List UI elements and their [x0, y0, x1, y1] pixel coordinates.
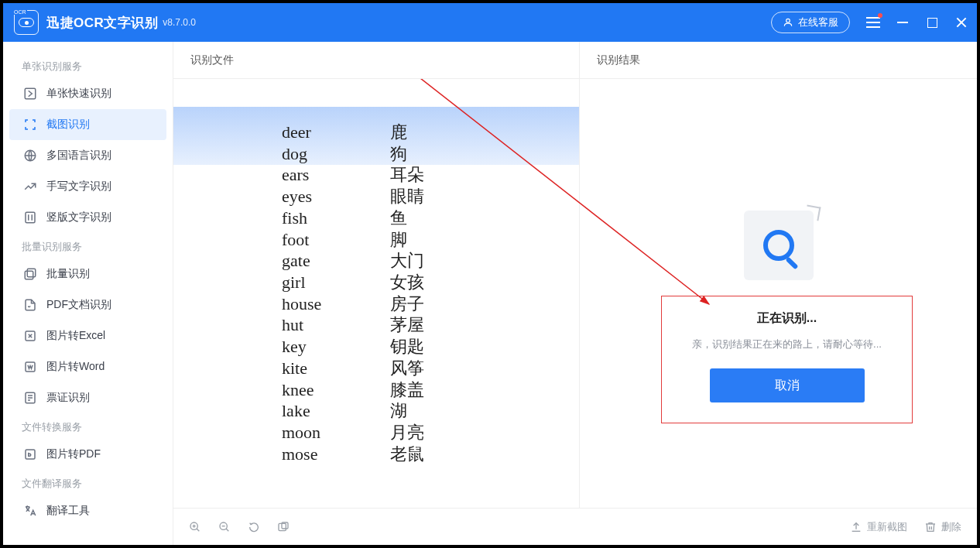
app-logo-icon: OCR	[14, 10, 39, 35]
svg-rect-7	[27, 269, 36, 277]
vocab-zh: 鱼	[390, 207, 407, 229]
close-button[interactable]	[954, 15, 969, 30]
sidebar-item-label: 竖版文字识别	[46, 211, 111, 224]
svg-line-21	[226, 529, 228, 531]
content-row: deer鹿dog狗ears耳朵eyes眼睛fish鱼foot脚gate大门gir…	[173, 79, 977, 508]
sidebar-item[interactable]: PDF文档识别	[9, 289, 166, 320]
maximize-button[interactable]	[924, 15, 940, 30]
preview-pane[interactable]: deer鹿dog狗ears耳朵eyes眼睛fish鱼foot脚gate大门gir…	[173, 79, 579, 508]
vocab-row: hut茅屋	[282, 314, 424, 336]
svg-point-0	[786, 19, 790, 22]
vocab-row: lake湖	[282, 400, 424, 422]
vocab-row: knee膝盖	[282, 379, 424, 401]
batch-icon	[23, 267, 37, 281]
vocab-zh: 女孩	[390, 272, 424, 293]
minimize-button[interactable]	[895, 15, 910, 30]
column-header-result: 识别结果	[579, 42, 977, 78]
customer-service-button[interactable]: 在线客服	[771, 12, 850, 33]
sidebar-item[interactable]: 截图识别	[9, 109, 166, 140]
vocab-zh: 钥匙	[390, 336, 424, 358]
sidebar-item[interactable]: 图片转Word	[9, 351, 166, 382]
vocab-row: eyes眼睛	[282, 186, 424, 207]
vocab-en: fish	[282, 207, 390, 229]
main: 识别文件 识别结果 deer鹿dog狗ears耳朵eyes眼睛fish鱼foot…	[173, 42, 977, 545]
vocab-row: kite风筝	[282, 358, 424, 379]
sidebar-item-label: 图片转Excel	[46, 329, 105, 343]
sidebar-item[interactable]: 票证识别	[9, 382, 166, 413]
sidebar-item-label: 图片转Word	[46, 360, 105, 374]
sidebar-item[interactable]: 多国语言识别	[9, 140, 166, 171]
delete-button[interactable]: 删除	[924, 520, 961, 534]
result-pane: 正在识别... 亲，识别结果正在来的路上，请耐心等待... 取消	[579, 79, 977, 508]
vocab-row: fish鱼	[282, 207, 424, 229]
sidebar: 单张识别服务单张快速识别截图识别多国语言识别手写文字识别竖版文字识别批量识别服务…	[3, 42, 173, 545]
vocab-en: foot	[282, 229, 390, 251]
vocab-en: house	[282, 293, 390, 315]
sidebar-item[interactable]: 图片转PDF	[9, 439, 166, 470]
rotate-icon	[248, 521, 260, 533]
vocab-en: mose	[282, 444, 390, 465]
app-version: v8.7.0.0	[163, 17, 196, 28]
sidebar-item[interactable]: 批量识别	[9, 259, 166, 289]
sidebar-item[interactable]: 图片转Excel	[9, 320, 166, 351]
vocab-zh: 月亮	[390, 422, 424, 444]
zoom-out-button[interactable]	[218, 521, 231, 533]
svg-line-17	[197, 529, 199, 531]
sidebar-item[interactable]: 手写文字识别	[9, 171, 166, 202]
vocab-zh: 茅屋	[390, 314, 424, 336]
svg-rect-1	[25, 88, 36, 99]
vertical-text-icon	[23, 211, 37, 224]
zoom-in-button[interactable]	[189, 521, 201, 533]
close-icon	[955, 16, 968, 29]
cancel-button[interactable]: 取消	[710, 368, 865, 402]
vocab-zh: 脚	[390, 229, 407, 251]
vocab-en: girl	[282, 272, 390, 293]
vocab-zh: 鹿	[390, 122, 407, 143]
sidebar-item[interactable]: 单张快速识别	[9, 78, 166, 109]
sidebar-item-label: 截图识别	[46, 118, 90, 132]
vocab-en: lake	[282, 400, 390, 422]
vocab-row: house房子	[282, 293, 424, 315]
sidebar-item-label: 图片转PDF	[46, 447, 101, 461]
vocab-row: key钥匙	[282, 336, 424, 358]
progress-message: 亲，识别结果正在来的路上，请耐心等待...	[670, 337, 904, 351]
delete-label: 删除	[941, 520, 961, 534]
vocab-row: gate大门	[282, 250, 424, 272]
fit-button[interactable]	[277, 521, 290, 533]
sidebar-item-label: 多国语言识别	[46, 149, 111, 163]
receipt-icon	[23, 391, 37, 405]
column-headers: 识别文件 识别结果	[173, 42, 977, 79]
multilang-icon	[23, 149, 37, 163]
app-window: OCR 迅捷OCR文字识别 v8.7.0.0 在线客服	[3, 3, 977, 545]
app-title: 迅捷OCR文字识别	[46, 14, 158, 32]
menu-button[interactable]	[865, 15, 881, 30]
sidebar-item[interactable]: 竖版文字识别	[9, 202, 166, 233]
sidebar-item[interactable]: 翻译工具	[9, 495, 166, 526]
vocab-en: knee	[282, 379, 390, 401]
sidebar-group-title: 文件翻译服务	[3, 470, 173, 495]
sidebar-group-title: 文件转换服务	[3, 413, 173, 439]
titlebar: OCR 迅捷OCR文字识别 v8.7.0.0 在线客服	[3, 3, 977, 42]
sidebar-group-title: 单张识别服务	[3, 53, 173, 78]
rotate-button[interactable]	[248, 521, 260, 533]
progress-title: 正在识别...	[670, 310, 904, 327]
vocab-en: eyes	[282, 186, 390, 207]
recapture-label: 重新截图	[867, 520, 907, 534]
vocab-row: dog狗	[282, 143, 424, 165]
headset-icon	[783, 17, 793, 28]
vocab-en: hut	[282, 314, 390, 336]
vocab-zh: 大门	[390, 250, 424, 272]
minimize-icon	[897, 22, 908, 23]
vocab-zh: 狗	[390, 143, 407, 165]
vocab-zh: 风筝	[390, 358, 424, 379]
vocab-zh: 湖	[390, 400, 407, 422]
recapture-button[interactable]: 重新截图	[850, 520, 907, 534]
body: 单张识别服务单张快速识别截图识别多国语言识别手写文字识别竖版文字识别批量识别服务…	[3, 42, 977, 545]
pdf-doc-icon	[23, 298, 37, 312]
svg-rect-3	[26, 212, 35, 223]
vocab-zh: 眼睛	[390, 186, 424, 207]
vocab-en: key	[282, 336, 390, 358]
sidebar-item-label: PDF文档识别	[46, 298, 111, 312]
screenshot-icon	[23, 118, 37, 132]
svg-rect-6	[25, 271, 33, 279]
